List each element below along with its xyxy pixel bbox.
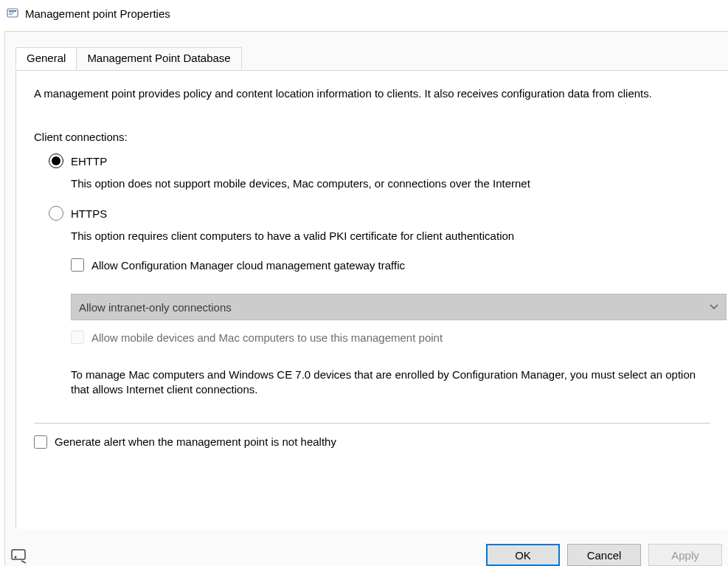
radio-https-row: HTTPS (49, 206, 710, 221)
tab-panel-general: A management point provides policy and c… (15, 70, 728, 529)
allow-mobile-mac-row: Allow mobile devices and Mac computers t… (71, 331, 710, 344)
checkbox-allow-mobile-mac-label: Allow mobile devices and Mac computers t… (91, 331, 443, 344)
titlebar: Management point Properties (0, 0, 728, 27)
section-divider (34, 423, 710, 424)
properties-window: Management point Properties General Mana… (0, 0, 728, 566)
connection-scope-dropdown: Allow intranet-only connections (71, 294, 727, 320)
app-icon (6, 7, 19, 20)
checkbox-generate-alert[interactable] (34, 435, 47, 449)
radio-ehttp-row: EHTTP (49, 153, 710, 168)
client-connections-label: Client connections: (34, 131, 710, 143)
dialog-button-bar: OK Cancel Apply (486, 544, 722, 566)
svg-rect-4 (12, 550, 25, 559)
client-area: General Management Point Database A mana… (4, 31, 728, 566)
svg-rect-1 (9, 10, 16, 12)
tab-general[interactable]: General (15, 47, 77, 69)
https-description: This option requires client computers to… (71, 229, 710, 242)
svg-point-5 (15, 556, 17, 559)
apply-button: Apply (648, 544, 722, 566)
ok-button[interactable]: OK (486, 544, 560, 566)
svg-rect-3 (9, 14, 13, 15)
status-icon (11, 549, 27, 566)
svg-rect-2 (9, 13, 14, 13)
generate-alert-row: Generate alert when the management point… (34, 435, 710, 449)
window-title: Management point Properties (25, 7, 170, 20)
radio-ehttp[interactable] (49, 153, 63, 168)
chevron-down-icon (710, 302, 718, 312)
radio-ehttp-label[interactable]: EHTTP (71, 155, 107, 168)
checkbox-allow-cmg-label[interactable]: Allow Configuration Manager cloud manage… (91, 259, 405, 272)
checkbox-allow-cmg[interactable] (71, 258, 84, 272)
general-description: A management point provides policy and c… (34, 87, 710, 100)
tab-mp-database[interactable]: Management Point Database (76, 47, 241, 69)
mac-ce-info-text: To manage Mac computers and Windows CE 7… (71, 367, 710, 398)
ehttp-description: This option does not support mobile devi… (71, 177, 710, 190)
radio-https-label[interactable]: HTTPS (71, 207, 107, 220)
cancel-button[interactable]: Cancel (567, 544, 641, 566)
checkbox-generate-alert-label[interactable]: Generate alert when the management point… (55, 435, 336, 448)
checkbox-allow-mobile-mac (71, 331, 84, 344)
radio-https[interactable] (49, 206, 63, 221)
allow-cmg-row: Allow Configuration Manager cloud manage… (71, 258, 710, 272)
tab-strip: General Management Point Database (15, 46, 241, 69)
connection-scope-selected: Allow intranet-only connections (79, 301, 232, 314)
